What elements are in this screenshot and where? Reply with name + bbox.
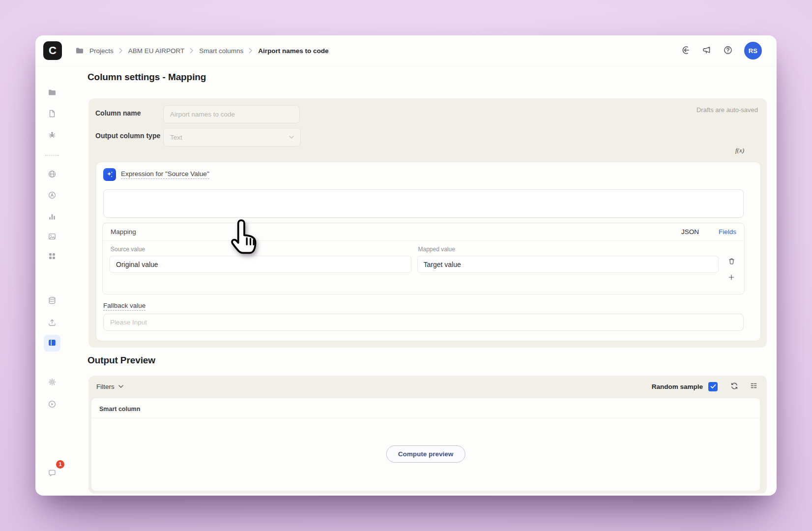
refresh-icon [730,382,739,392]
help-icon [723,45,733,57]
avatar-initials: RS [749,47,758,55]
add-row-button[interactable] [727,273,735,283]
announcements-button[interactable] [702,45,712,57]
smart-column-header: Smart column [99,406,140,413]
mapping-section-label: Mapping [111,228,136,236]
breadcrumb-item-projects[interactable]: Projects [89,47,114,55]
autosave-note: Drafts are auto-saved [696,106,758,114]
folder-icon [48,88,57,98]
upload-icon [48,318,57,328]
gear-icon [48,378,57,388]
chat-icon [48,469,57,479]
expression-textarea[interactable] [103,189,744,218]
sidebar-item-folder[interactable] [44,85,60,101]
filters-dropdown-button[interactable]: Filters [96,383,123,390]
mapped-value-label: Mapped value [418,246,719,253]
sidebar-divider [45,155,59,156]
sidebar-item-runs[interactable] [44,396,60,413]
ai-sparkle-icon [103,168,116,181]
mapping-box: Mapping JSON Fields Source value Mapped … [102,223,745,295]
output-type-label: Output column type [95,132,160,140]
app-logo[interactable]: C [43,41,62,60]
column-settings-button[interactable] [750,382,758,391]
json-view-toggle[interactable]: JSON [681,228,699,236]
output-preview-title: Output Preview [87,355,155,366]
mapping-settings-card: Expression for "Source Value" Mapping JS… [96,162,760,341]
breadcrumb: Projects ABM EU AIRPORT Smart columns Ai… [75,46,329,55]
mapping-view-toggles: JSON Fields [681,228,736,236]
plus-icon [727,273,735,283]
table-columns-icon [48,338,57,349]
mapped-value-input[interactable] [417,256,719,273]
breadcrumb-item-current: Airport names to code [258,47,328,55]
sidebar-item-media[interactable] [44,229,60,245]
page-title: Column settings - Mapping [87,72,206,83]
mapped-value-group: Mapped value [417,244,719,283]
fallback-value-label: Fallback value [103,302,145,311]
filters-label: Filters [96,383,115,390]
chevron-right-icon [190,48,194,54]
sidebar-item-translate[interactable] [44,187,60,204]
breadcrumb-item-smart-columns[interactable]: Smart columns [199,47,243,55]
source-value-label: Source value [111,246,411,253]
column-list-icon [750,382,758,391]
database-icon [48,296,57,306]
image-icon [48,232,57,242]
user-avatar[interactable]: RS [744,42,762,59]
breadcrumb-item-project[interactable]: ABM EU AIRPORT [128,47,185,55]
page-background: C Projects ABM EU AIRPORT Smart columns … [0,0,812,531]
sidebar-item-crawler[interactable] [44,127,60,144]
compute-preview-button[interactable]: Compute preview [386,445,465,463]
preview-table-header-row: Smart column [91,398,760,418]
expression-link: Expression for "Source Value" [121,170,209,179]
mapping-header: Mapping JSON Fields [103,223,744,241]
app-window: C Projects ABM EU AIRPORT Smart columns … [35,35,777,496]
output-preview-panel: Filters Random sample Smart column [88,376,767,494]
sidebar-item-database[interactable] [44,293,60,309]
folder-icon [75,46,84,55]
document-icon [48,109,57,119]
chevron-right-icon [119,48,123,54]
chevron-right-icon [249,48,253,54]
fields-view-toggle[interactable]: Fields [719,228,736,236]
refresh-sample-button[interactable] [730,382,739,392]
output-type-select[interactable]: Text [163,128,301,147]
globe-icon [48,170,57,180]
preview-toolbar: Filters Random sample [88,376,767,397]
mapping-row-actions [725,244,738,283]
sidebar-item-apps[interactable] [44,248,60,265]
sidebar-item-analytics[interactable] [44,209,60,226]
fallback-value-input[interactable] [103,314,744,331]
bug-icon [48,130,57,141]
bar-chart-icon [48,212,57,223]
sidebar-item-settings[interactable] [44,374,60,391]
source-value-group: Source value [110,244,411,283]
app-logo-letter: C [49,44,57,57]
chevron-down-icon [289,136,294,139]
topbar-actions: RS [681,42,762,59]
sidebar-item-smart-columns[interactable] [44,335,60,352]
delete-row-button[interactable] [727,257,736,267]
chevron-down-icon [118,385,123,388]
sidebar: 1 [35,66,69,496]
megaphone-icon [702,45,712,57]
sidebar-item-web[interactable] [44,166,60,183]
random-sample-label: Random sample [652,383,703,390]
sidebar-item-upload[interactable] [44,315,60,331]
sidebar-item-documents[interactable] [44,106,60,122]
random-sample-checkbox[interactable] [708,382,718,391]
collapse-panel-button[interactable] [681,45,691,57]
column-name-input[interactable] [163,105,300,123]
notification-badge: 1 [56,460,64,469]
apps-grid-icon [48,252,57,262]
run-icon [48,400,57,410]
preview-table: Smart column Compute preview [91,398,760,491]
fx-expression-button[interactable]: f(x) [735,147,744,154]
checkmark-icon [710,383,716,390]
source-value-input[interactable] [110,256,411,273]
translate-icon [48,191,57,201]
help-button[interactable] [723,45,733,57]
expression-link-row[interactable]: Expression for "Source Value" [103,168,209,181]
column-name-label: Column name [95,109,141,117]
settings-panel: Column name Output column type Text Draf… [88,98,767,348]
